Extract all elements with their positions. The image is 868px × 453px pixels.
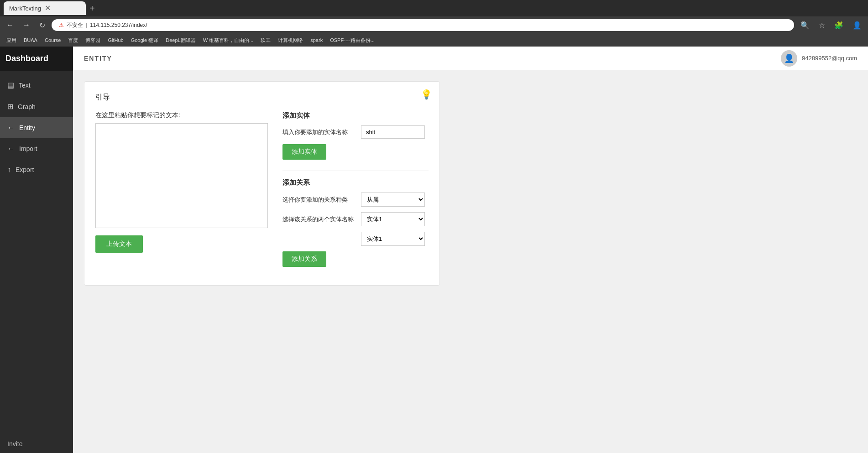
tab-bar: MarkTexting ✕ + [0,0,868,16]
bookmark-item[interactable]: OSPF----路由备份... [327,36,377,45]
entity-icon: ← [7,124,15,132]
import-icon: ← [7,145,15,153]
reload-btn[interactable]: ↻ [37,20,48,31]
bookmark-item[interactable]: W 维基百科，自由的... [200,36,256,45]
sidebar-nav: ▤Text⊞Graph←Entity←Import↑Export [0,71,73,435]
page-title: ENTITY [84,55,112,62]
sidebar-brand: Dashboard [5,54,48,63]
sidebar-item-text[interactable]: ▤Text [0,74,73,96]
user-email: 942899552@qq.com [802,55,857,62]
app-layout: Dashboard ▤Text⊞Graph←Entity←Import↑Expo… [0,47,868,453]
user-info: 👤 942899552@qq.com [781,50,857,67]
entity-pair-row: 选择该关系的两个实体名称 实体1 [282,212,429,226]
relation-type-select[interactable]: 从属关联包含 [361,193,425,207]
security-warning-text: 不安全 [67,21,83,29]
sidebar-item-import[interactable]: ←Import [0,138,73,159]
sidebar-item-graph[interactable]: ⊞Graph [0,96,73,117]
sidebar-item-invite[interactable]: Invite [0,435,73,453]
browser-chrome: MarkTexting ✕ + ← → ↻ ⚠ 不安全 | 114.115.25… [0,0,868,47]
sidebar-item-label: Export [16,166,34,173]
main-content: 引导 💡 在这里粘贴你想要标记的文本: 上传文本 添加实体 [73,70,868,453]
entity2-select[interactable]: 实体1 [361,232,425,246]
guide-panel: 引导 💡 在这里粘贴你想要标记的文本: 上传文本 添加实体 [84,81,440,286]
bookmark-item[interactable]: 应用 [4,36,19,45]
sidebar-item-label: Import [19,145,37,152]
sidebar-item-label: Entity [19,124,35,131]
search-btn[interactable]: 🔍 [798,20,812,31]
export-icon: ↑ [7,166,11,174]
bookmark-star-btn[interactable]: ☆ [816,20,828,31]
text-paste-label: 在这里粘贴你想要标记的文本: [95,111,268,120]
page-header: ENTITY 👤 942899552@qq.com [73,47,868,70]
entity1-select[interactable]: 实体1 [361,212,425,226]
forward-btn[interactable]: → [20,20,33,30]
bookmark-item[interactable]: GitHub [105,36,126,44]
text-paste-area[interactable] [95,123,268,228]
add-entity-title: 添加实体 [282,111,429,120]
sidebar-item-label: Graph [18,103,36,110]
add-entity-btn[interactable]: 添加实体 [282,144,326,160]
user-avatar: 👤 [781,50,797,67]
bookmark-item[interactable]: 软工 [258,36,273,45]
extensions-btn[interactable]: 🧩 [831,20,846,31]
bookmarks-bar: 应用BUAACourse百度博客园GitHubGoogle 翻译DeepL翻译器… [0,34,868,47]
entity-name-input[interactable] [361,125,425,139]
graph-icon: ⊞ [7,102,13,111]
address-separator: | [86,22,87,28]
tab-close-btn[interactable]: ✕ [45,5,51,12]
back-btn[interactable]: ← [4,20,16,30]
user-profile-btn[interactable]: 👤 [850,20,864,31]
address-text: 114.115.250.237/index/ [90,22,147,28]
guide-body: 在这里粘贴你想要标记的文本: 上传文本 添加实体 填入你要添加的实体名称 [95,111,429,274]
address-bar: ← → ↻ ⚠ 不安全 | 114.115.250.237/index/ 🔍 ☆… [0,16,868,34]
tab-title: MarkTexting [9,5,41,12]
entity-name-label: 填入你要添加的实体名称 [282,128,356,136]
add-relation-btn[interactable]: 添加关系 [282,251,326,267]
add-relation-title: 添加关系 [282,178,429,187]
relation-type-row: 选择你要添加的关系种类 从属关联包含 [282,193,429,207]
bookmark-item[interactable]: Course [42,36,63,44]
bookmark-item[interactable]: 计算机网络 [275,36,306,45]
hint-icon[interactable]: 💡 [421,89,432,100]
bookmark-item[interactable]: 博客园 [83,36,103,45]
sidebar-item-export[interactable]: ↑Export [0,159,73,180]
entity-relation-section: 添加实体 填入你要添加的实体名称 添加实体 添加关系 选择你要添加的关系种类 [282,111,429,274]
relation-type-label: 选择你要添加的关系种类 [282,196,356,204]
address-input[interactable]: ⚠ 不安全 | 114.115.250.237/index/ [52,19,794,31]
section-divider [282,171,429,171]
text-section: 在这里粘贴你想要标记的文本: 上传文本 [95,111,268,274]
entity2-row: 实体1 [282,232,429,246]
bookmark-item[interactable]: BUAA [21,36,40,44]
security-warning-icon: ⚠ [59,22,64,28]
bookmark-item[interactable]: Google 翻译 [128,36,162,45]
sidebar-item-label: Text [19,82,31,89]
upload-text-btn[interactable]: 上传文本 [95,235,143,253]
bookmark-item[interactable]: spark [308,36,325,44]
new-tab-btn[interactable]: + [86,3,99,14]
guide-title: 引导 [95,93,429,102]
entity-name-row: 填入你要添加的实体名称 [282,125,429,139]
active-tab[interactable]: MarkTexting ✕ [4,1,86,15]
text-icon: ▤ [7,81,14,89]
entity-pair-label: 选择该关系的两个实体名称 [282,215,356,224]
sidebar: Dashboard ▤Text⊞Graph←Entity←Import↑Expo… [0,47,73,453]
sidebar-item-entity[interactable]: ←Entity [0,117,73,138]
sidebar-header: Dashboard [0,47,73,71]
bookmark-item[interactable]: 百度 [65,36,81,45]
bookmark-item[interactable]: DeepL翻译器 [163,36,198,45]
